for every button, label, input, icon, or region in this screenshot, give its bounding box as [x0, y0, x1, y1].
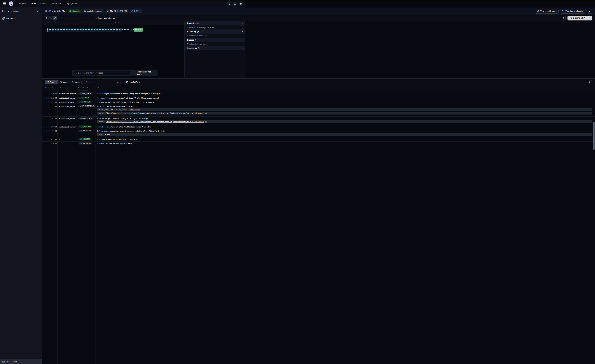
- table-row[interactable]: 5:12:11.253 PMmultiplied_numberASSET_MAT…: [42, 104, 245, 116]
- table-row[interactable]: 5:12:11.263 PMmultiplied_numberHANDLED_O…: [42, 116, 245, 125]
- metadata-text: multiplied_number: [111, 109, 128, 111]
- step-section-title: Succeeded (1): [187, 47, 200, 49]
- event-message: Loaded input "versioned_number" using in…: [97, 93, 245, 95]
- event-op: -: [57, 137, 77, 140]
- step-section-header[interactable]: Executing (0)▾: [185, 29, 245, 34]
- event-op: multiplied_number: [57, 125, 77, 128]
- collapse-icon[interactable]: ▾: [242, 39, 243, 41]
- event-type-cell: HANDLED_OUTPUT: [77, 117, 96, 120]
- sidebar-item-group[interactable]: 250321-dvers 1: [0, 7, 42, 15]
- event-type-badge: STEP_SUCCESS: [78, 126, 92, 128]
- folder-icon: [2, 10, 5, 12]
- metadata-label: asset_key: [97, 108, 109, 111]
- levels-filter-button[interactable]: Levels (5): [124, 80, 142, 84]
- tab-stderr[interactable]: stderr: [70, 80, 81, 84]
- step-section-title: Errored (0): [187, 39, 197, 41]
- table-row[interactable]: 5:12:11.249 PMmultiplied_numberSTEP_OUTP…: [42, 100, 245, 104]
- event-timestamp: 5:12:11.426 PM: [42, 141, 57, 145]
- event-type-badge: RUN_SUCCESS: [78, 138, 91, 140]
- copy-icon[interactable]: [205, 121, 207, 123]
- table-row[interactable]: 5:12:11.240 PMmultiplied_numberLOADED_IN…: [42, 91, 245, 96]
- step-section-title: Preparing (0): [187, 22, 199, 24]
- axis-tick-label: 0.5s: [115, 22, 119, 24]
- gear-icon[interactable]: [239, 1, 243, 6]
- zoom-slider[interactable]: [61, 17, 88, 19]
- path-link[interactable]: /Users/smackesey/stm/code/elementl/exper…: [106, 112, 204, 114]
- collapse-icon[interactable]: ▾: [242, 22, 243, 24]
- flat-view-icon[interactable]: [45, 16, 49, 20]
- search-icon[interactable]: [227, 1, 231, 6]
- table-empty-space: [42, 146, 245, 150]
- event-op: multiplied_number: [57, 100, 77, 103]
- clear-filter-icon[interactable]: [117, 81, 120, 83]
- tab-stdout[interactable]: stdout: [58, 80, 70, 84]
- duration-tag: 0:00:01: [130, 9, 142, 13]
- dagster-logo-icon[interactable]: [9, 1, 14, 6]
- event-message: Materialized value multiplied_number.: [97, 105, 245, 107]
- sidebar-item-default[interactable]: default: [0, 15, 42, 22]
- copy-icon[interactable]: [205, 112, 207, 114]
- menu-icon[interactable]: [2, 1, 7, 7]
- table-row[interactable]: 5:12:11.266 PMmultiplied_numberSTEP_SUCC…: [42, 125, 245, 129]
- collapse-icon[interactable]: ▾: [242, 31, 243, 33]
- waterfall-view-icon[interactable]: [49, 16, 53, 20]
- help-icon[interactable]: [233, 1, 237, 6]
- breadcrumb-runs-link[interactable]: Runs: [45, 9, 51, 13]
- start-time-tag: Mar 21, 5:12:10 PM: [106, 9, 128, 13]
- event-message: Got input "versioned_number" of type "An…: [97, 97, 245, 99]
- path-link[interactable]: /Users/smackesey/stm/code/elementl/exper…: [106, 121, 204, 123]
- hide-not-started-checkbox[interactable]: Hide not started steps: [92, 17, 115, 19]
- step-section-empty-message: No steps are executing: [185, 34, 245, 38]
- asset-tag[interactable]: multiplied_number: [83, 9, 104, 13]
- step-marker: [130, 28, 132, 32]
- expand-icon[interactable]: ▸: [242, 47, 243, 49]
- hide-unselected-checkbox[interactable]: Hide unselected steps: [133, 71, 156, 75]
- event-op: multiplied_number: [57, 92, 77, 95]
- timed-view-icon[interactable]: [53, 16, 57, 20]
- step-section-header[interactable]: Errored (0)▾: [185, 38, 245, 42]
- checkbox-icon[interactable]: [133, 72, 135, 74]
- event-message: Finished execution of step "multiplied_n…: [97, 126, 245, 128]
- gantt-step-bar[interactable]: multipli…: [134, 28, 143, 32]
- nav-automation[interactable]: Automation: [51, 2, 61, 5]
- grid-icon: [84, 10, 86, 12]
- event-type-badge: LOADED_INPUT: [78, 92, 92, 95]
- metadata-value: 42654: [103, 133, 245, 136]
- event-metadata-entry: pid42654: [97, 133, 245, 136]
- event-type-cell: ENGINE_EVENT: [77, 129, 96, 132]
- event-op: multiplied_number: [57, 104, 77, 107]
- event-type-badge: ENGINE_EVENT: [78, 142, 92, 145]
- step-section-header[interactable]: Succeeded (1)▸: [185, 46, 245, 50]
- run-header: Runs / a5347ef7 Success multiplied_numbe…: [42, 7, 245, 15]
- events-table-header: TIMESTAMP OP EVENT TYPE INFO: [42, 86, 245, 90]
- nav-deployment[interactable]: Deployment: [66, 2, 77, 5]
- event-timestamp: 5:12:11.253 PM: [42, 104, 57, 107]
- log-filter-input[interactable]: [84, 80, 121, 84]
- metadata-label: path: [97, 120, 104, 123]
- left-sidebar: 250321-dvers 1 default 250321-dvers: [0, 7, 42, 150]
- nav-runs[interactable]: Runs: [31, 2, 36, 5]
- primary-nav: Overview Runs Assets Automation Deployme…: [18, 2, 77, 5]
- table-row[interactable]: 5:12:11.411 PM-ENGINE_EVENTMultiprocess …: [42, 129, 245, 137]
- event-metadata-entry: path/Users/smackesey/stm/code/elementl/e…: [97, 112, 245, 114]
- table-row[interactable]: 5:12:11.426 PM-ENGINE_EVENTProcess for r…: [42, 141, 245, 146]
- view-asset-link[interactable]: View Asset: [130, 109, 140, 111]
- gantt-body: multipli… Hide unselected steps: [42, 25, 184, 78]
- zoom-slider-knob[interactable]: [61, 17, 63, 19]
- nav-overview[interactable]: Overview: [18, 2, 26, 5]
- step-section-header[interactable]: Preparing (0)▾: [185, 21, 245, 25]
- step-search-input[interactable]: [73, 71, 130, 75]
- event-type-cell: STEP_SUCCESS: [77, 125, 96, 128]
- nav-assets[interactable]: Assets: [40, 2, 47, 5]
- table-row[interactable]: 5:12:11.243 PMmultiplied_numberSTEP_INPU…: [42, 96, 245, 100]
- event-metadata-entry: asset_keymultiplied_number [View Asset]: [97, 108, 245, 111]
- event-type-badge: ASSET_MATERIALI…: [78, 105, 95, 107]
- event-op: -: [57, 141, 77, 145]
- metadata-value: /Users/smackesey/stm/code/elementl/exper…: [104, 112, 245, 114]
- event-info: Handled output "result" using IO manager…: [96, 117, 245, 123]
- list-icon: [47, 81, 49, 83]
- event-type-cell: ASSET_MATERIALI…: [77, 104, 96, 108]
- tab-events[interactable]: Events: [45, 80, 58, 84]
- table-row[interactable]: 5:12:11.415 PM-RUN_SUCCESSFinished execu…: [42, 137, 245, 141]
- checkbox-icon[interactable]: [92, 17, 94, 19]
